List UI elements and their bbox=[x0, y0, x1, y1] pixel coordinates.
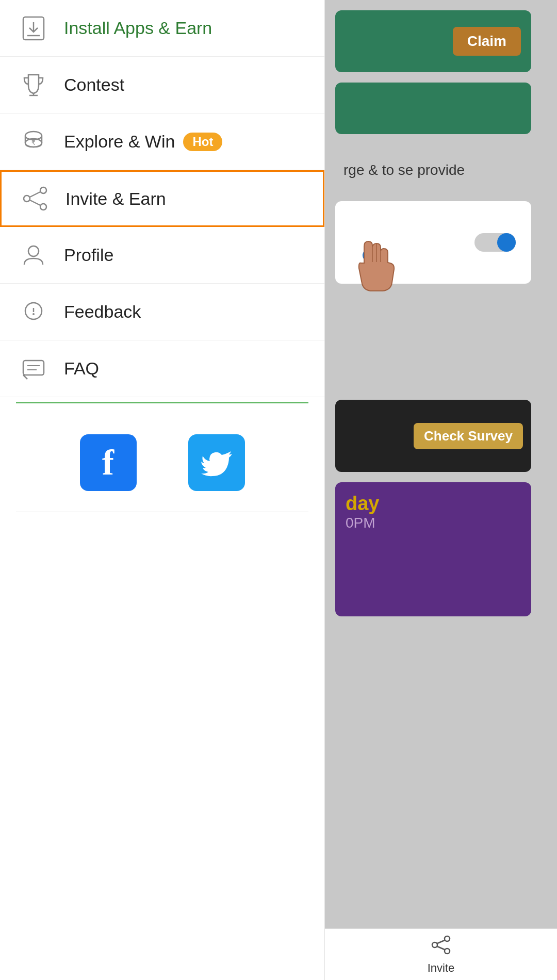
svg-text:₹: ₹ bbox=[31, 139, 36, 146]
facebook-button[interactable]: f bbox=[80, 434, 137, 491]
sidebar-item-explore-win[interactable]: ₹ Explore & Win Hot bbox=[0, 113, 324, 170]
contest-label: Contest bbox=[64, 75, 124, 95]
purple-time-text: 0PM bbox=[346, 515, 521, 531]
svg-point-25 bbox=[32, 313, 35, 315]
feedback-label: Feedback bbox=[64, 302, 141, 322]
sidebar-item-profile[interactable]: Profile bbox=[0, 227, 324, 284]
sidebar-item-contest[interactable]: Contest bbox=[0, 57, 324, 113]
faq-label: FAQ bbox=[64, 358, 99, 379]
survey-button[interactable]: Check Survey bbox=[414, 423, 523, 449]
svg-line-8 bbox=[437, 946, 445, 950]
toggle-track[interactable] bbox=[474, 233, 516, 252]
text-card: rge & to se provide bbox=[335, 144, 531, 196]
svg-point-4 bbox=[432, 942, 437, 948]
sidebar-item-feedback[interactable]: Feedback bbox=[0, 284, 324, 340]
social-section: f bbox=[0, 403, 324, 512]
profile-label: Profile bbox=[64, 245, 113, 265]
svg-point-5 bbox=[445, 936, 450, 941]
purple-card: day 0PM bbox=[335, 482, 531, 616]
coins-icon: ₹ bbox=[15, 124, 52, 160]
svg-point-19 bbox=[40, 204, 46, 210]
sidebar-item-install-apps[interactable]: Install Apps & Earn bbox=[0, 0, 324, 57]
user-icon bbox=[15, 237, 52, 273]
install-icon bbox=[15, 10, 52, 46]
sidebar-item-invite-earn[interactable]: Invite & Earn bbox=[0, 170, 324, 227]
share-icon bbox=[17, 181, 53, 217]
survey-card: Check Survey bbox=[335, 400, 531, 472]
svg-line-7 bbox=[437, 940, 445, 943]
svg-rect-26 bbox=[23, 361, 44, 375]
twitter-button[interactable] bbox=[188, 434, 245, 491]
svg-line-20 bbox=[30, 192, 40, 197]
hot-badge: Hot bbox=[183, 133, 222, 151]
svg-point-18 bbox=[40, 187, 46, 193]
bottom-bar: Invite bbox=[325, 928, 557, 980]
navigation-drawer: Install Apps & Earn Contest ₹ Explore & … bbox=[0, 0, 325, 980]
install-apps-label: Install Apps & Earn bbox=[64, 18, 212, 38]
claim-button[interactable]: Claim bbox=[453, 27, 521, 56]
trophy-icon bbox=[15, 67, 52, 103]
claim-card: Claim bbox=[335, 10, 531, 72]
svg-point-6 bbox=[445, 949, 450, 954]
purple-day-text: day bbox=[346, 493, 521, 515]
explore-win-label: Explore & Win bbox=[64, 132, 175, 152]
invite-earn-label: Invite & Earn bbox=[65, 189, 166, 209]
toggle-area bbox=[474, 233, 516, 252]
faq-icon bbox=[15, 351, 52, 387]
svg-point-22 bbox=[28, 246, 39, 256]
green-card bbox=[335, 83, 531, 134]
svg-line-21 bbox=[30, 200, 40, 205]
card-text: rge & to se provide bbox=[343, 161, 465, 179]
invite-icon bbox=[431, 935, 451, 959]
social-divider bbox=[16, 512, 308, 512]
svg-point-17 bbox=[24, 195, 30, 202]
hand-cursor-icon bbox=[351, 232, 402, 305]
sidebar-item-faq[interactable]: FAQ bbox=[0, 340, 324, 397]
feedback-icon bbox=[15, 294, 52, 330]
toggle-thumb bbox=[497, 233, 516, 252]
bottom-bar-label: Invite bbox=[428, 961, 455, 975]
